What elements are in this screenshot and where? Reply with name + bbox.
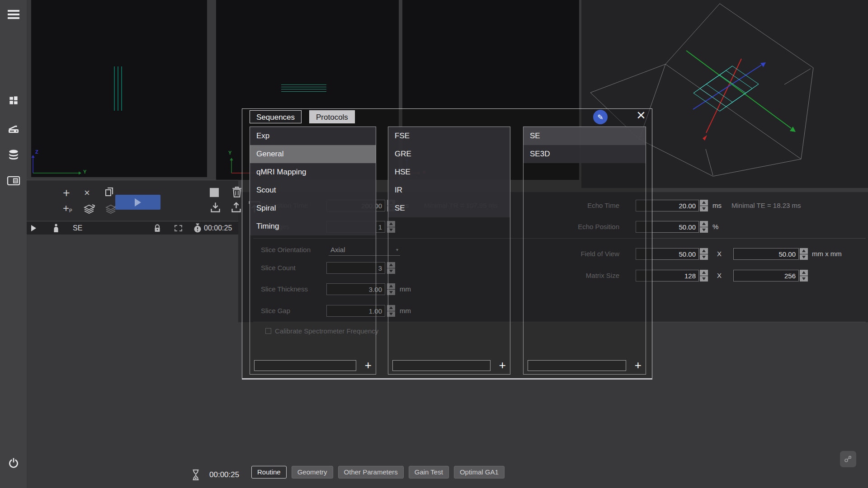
tab-sequences[interactable]: Sequences: [250, 110, 302, 123]
list-item[interactable]: FSE: [388, 127, 510, 145]
add-item-button[interactable]: +: [635, 358, 642, 372]
stepper[interactable]: [700, 200, 708, 211]
protocol-type-column: FSE GRE HSE IR SE +: [388, 127, 510, 375]
stepper[interactable]: [800, 248, 808, 260]
pencil-icon: ✎: [597, 113, 603, 122]
scanner-icon[interactable]: [0, 118, 27, 140]
stepper[interactable]: [700, 270, 708, 282]
slice-line: [281, 84, 326, 85]
unit-label: mm x mm: [812, 248, 842, 260]
axis-label: Y: [83, 169, 86, 174]
new-item-input[interactable]: [392, 360, 491, 371]
minimal-te-hint: Minimal TE = 18.23 ms: [731, 200, 801, 211]
unit-label: %: [712, 221, 718, 233]
list-item[interactable]: Scout: [250, 181, 376, 199]
add-item-row: +: [528, 360, 642, 371]
menu-icon[interactable]: [0, 4, 27, 25]
list-item-selected[interactable]: General: [250, 145, 376, 163]
tab-routine[interactable]: Routine: [251, 466, 287, 479]
list-item[interactable]: Spiral: [250, 199, 376, 217]
stepper[interactable]: [800, 270, 808, 282]
list-item-selected[interactable]: SE: [524, 127, 646, 145]
stop-icon[interactable]: [209, 188, 219, 197]
list-item[interactable]: Exp: [250, 127, 376, 145]
list-item[interactable]: qMRI Mapping: [250, 163, 376, 181]
slice-line: [281, 87, 326, 87]
trash-icon[interactable]: [231, 186, 243, 198]
list-item[interactable]: GRE: [388, 145, 510, 163]
remove-icon[interactable]: ×: [84, 187, 90, 199]
tab-other-parameters[interactable]: Other Parameters: [338, 466, 404, 479]
new-item-input[interactable]: [528, 360, 626, 371]
unit-label: ms: [712, 200, 722, 211]
new-item-input[interactable]: [254, 360, 356, 371]
list-item[interactable]: SE3D: [524, 145, 646, 163]
widget-button[interactable]: [840, 451, 856, 467]
dimension-separator: X: [717, 270, 722, 282]
matrix-y-input[interactable]: 256: [733, 270, 799, 282]
stepper[interactable]: [700, 221, 708, 233]
parameter-tabs: Routine Geometry Other Parameters Gain T…: [251, 466, 505, 479]
add-item-button[interactable]: +: [365, 358, 372, 372]
power-icon[interactable]: [0, 452, 27, 474]
tab-optimal-ga1[interactable]: Optimal GA1: [454, 466, 505, 479]
console-card-icon[interactable]: [0, 170, 27, 192]
list-item[interactable]: SE: [388, 199, 510, 217]
slice-line: [114, 66, 115, 111]
sidebar: [0, 0, 27, 488]
edit-button[interactable]: ✎: [593, 110, 608, 124]
axis-gizmo-1: Z Y: [27, 149, 95, 176]
stepper[interactable]: [700, 248, 708, 260]
add-icon[interactable]: +: [63, 186, 70, 200]
protocol-column: SE SE3D +: [523, 127, 646, 375]
list-item[interactable]: Timing: [250, 217, 376, 235]
tab-gain-test[interactable]: Gain Test: [409, 466, 449, 479]
database-icon[interactable]: [0, 145, 27, 166]
add-item-button[interactable]: +: [499, 358, 506, 372]
tab-geometry[interactable]: Geometry: [292, 466, 333, 479]
slice-line: [281, 91, 326, 92]
add-item-row: +: [392, 360, 506, 371]
add-item-row: +: [254, 360, 372, 371]
list-item[interactable]: HSE: [388, 163, 510, 181]
tab-protocols[interactable]: Protocols: [309, 110, 355, 123]
slice-line: [118, 66, 118, 111]
mri-console-app: Z Y Y x Z x: [0, 0, 868, 488]
slice-line: [281, 89, 326, 89]
protocol-group-column: Exp General qMRI Mapping Scout Spiral Ti…: [250, 127, 376, 375]
slice-line: [121, 66, 122, 111]
axis-label: Y: [228, 150, 231, 155]
axis-label: Z: [35, 149, 38, 155]
list-item[interactable]: IR: [388, 181, 510, 199]
dimension-separator: X: [717, 248, 722, 260]
close-icon[interactable]: ×: [633, 106, 649, 124]
dashboard-icon[interactable]: [0, 89, 27, 111]
scan-timer: 00:00:25: [209, 470, 239, 479]
copy-icon[interactable]: [104, 186, 114, 197]
hourglass-icon: [191, 469, 201, 482]
fov-y-input[interactable]: 50.00: [733, 248, 799, 260]
protocols-dialog: Sequences Protocols ✎ × Exp General qMRI…: [242, 108, 652, 380]
